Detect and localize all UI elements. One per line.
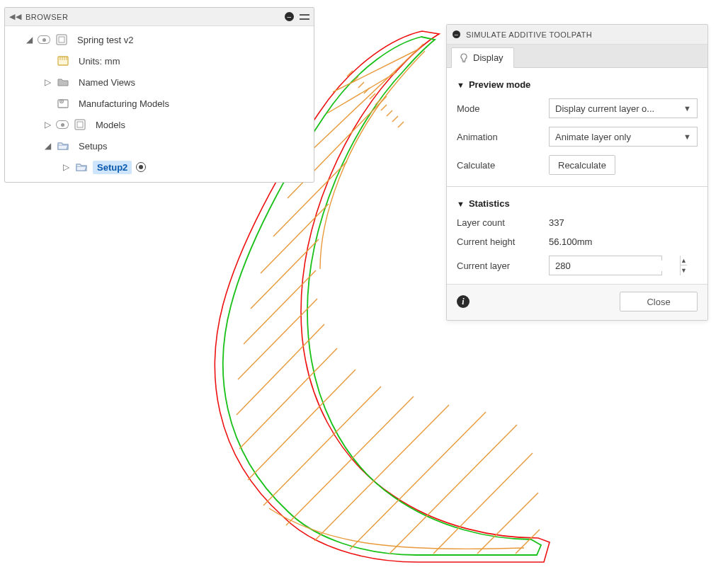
browser-panel-title: BROWSER <box>25 13 68 21</box>
row-current-height: Current height 56.100mm <box>457 232 698 251</box>
panel-settings-icon[interactable] <box>300 14 309 20</box>
tab-label: Display <box>473 52 504 63</box>
svg-line-12 <box>314 405 449 541</box>
disclosure-closed-icon[interactable]: ▷ <box>62 162 70 172</box>
row-mode: Mode Display current layer o... ▼ <box>457 94 698 122</box>
svg-line-0 <box>306 44 423 156</box>
tree-item-label: Units: mm <box>74 55 125 68</box>
folder-open-icon <box>74 160 89 174</box>
calculate-label: Calculate <box>457 160 549 171</box>
current-layer-label: Current layer <box>457 261 549 271</box>
svg-point-39 <box>61 101 62 102</box>
svg-line-26 <box>392 116 398 122</box>
info-icon[interactable]: i <box>457 295 470 308</box>
mode-select[interactable]: Display current layer o... ▼ <box>549 98 698 118</box>
double-chevron-left-icon: ◀◀ <box>9 12 21 21</box>
component-icon <box>73 118 87 132</box>
tree-item-setup2[interactable]: ▷ Setup2 <box>5 156 314 178</box>
folder-icon <box>56 75 70 89</box>
gear-box-icon <box>56 96 70 110</box>
mode-select-value: Display current layer o... <box>555 103 654 114</box>
layer-count-value: 337 <box>549 217 698 228</box>
recalculate-button-label: Recalculate <box>558 160 606 171</box>
tree-item-units[interactable]: ▶ Units: mm <box>5 50 314 72</box>
folder-open-icon <box>56 139 70 153</box>
row-layer-count: Layer count 337 <box>457 213 698 232</box>
layer-count-label: Layer count <box>457 217 549 228</box>
active-setup-indicator-icon[interactable] <box>136 162 146 172</box>
tree-item-label: Setup2 <box>93 161 132 174</box>
close-button-label: Close <box>647 297 670 307</box>
browser-panel: ◀◀ BROWSER – ◢ Spring test v2 ▶ Units: m… <box>4 7 314 183</box>
svg-line-29 <box>327 72 397 113</box>
tree-item-label: Spring test v2 <box>73 33 138 47</box>
animation-label: Animation <box>457 132 549 142</box>
tree-item-label: Manufacturing Models <box>74 97 174 110</box>
tab-strip: Display <box>447 45 707 68</box>
svg-line-11 <box>286 396 414 525</box>
svg-line-27 <box>398 122 404 127</box>
chevron-down-icon: ▼ <box>683 132 691 141</box>
row-calculate: Calculate Recalculate <box>457 151 698 179</box>
svg-line-28 <box>333 50 418 92</box>
mode-label: Mode <box>457 103 549 114</box>
current-height-label: Current height <box>457 236 549 247</box>
visibility-eye-icon[interactable] <box>38 35 50 44</box>
disclosure-open-icon[interactable]: ◢ <box>43 141 52 151</box>
component-icon <box>55 33 69 47</box>
simulate-panel-header[interactable]: – SIMULATE ADDITIVE TOOLPATH <box>447 25 707 45</box>
divider <box>447 186 707 187</box>
tree-item-label: Setups <box>74 139 111 153</box>
svg-rect-30 <box>57 35 67 45</box>
minimize-dot-icon[interactable]: – <box>285 12 294 21</box>
browser-tree: ◢ Spring test v2 ▶ Units: mm ▷ Named Vie… <box>5 26 314 182</box>
chevron-down-icon: ▼ <box>683 104 691 113</box>
disclosure-open-icon[interactable]: ◢ <box>25 35 33 45</box>
simulate-panel-footer: i Close <box>447 284 707 320</box>
section-title-label: Statistics <box>469 198 510 209</box>
current-height-value: 56.100mm <box>549 236 698 247</box>
spinner-up-icon[interactable]: ▲ <box>681 256 687 265</box>
tree-item-models[interactable]: ▷ Models <box>5 114 314 135</box>
current-layer-spinner[interactable]: ▲ ▼ <box>549 256 662 275</box>
svg-line-24 <box>381 105 387 110</box>
spinner-down-icon[interactable]: ▼ <box>681 265 687 275</box>
svg-line-6 <box>238 299 317 379</box>
tree-item-setups[interactable]: ◢ Setups <box>5 135 314 156</box>
svg-line-4 <box>251 239 319 309</box>
svg-rect-41 <box>77 122 83 127</box>
svg-rect-31 <box>59 37 64 42</box>
browser-panel-header[interactable]: ◀◀ BROWSER – <box>5 8 314 26</box>
tree-item-label: Models <box>91 118 130 132</box>
disclosure-closed-icon[interactable]: ▷ <box>43 120 52 130</box>
section-title-label: Preview mode <box>469 79 530 90</box>
close-button[interactable]: Close <box>620 292 698 311</box>
bulb-icon <box>459 53 469 63</box>
current-layer-input[interactable] <box>550 261 680 271</box>
ruler-icon <box>56 54 70 68</box>
visibility-eye-icon[interactable] <box>56 120 69 129</box>
minimize-dot-icon[interactable]: – <box>453 30 460 38</box>
disclosure-open-icon: ▼ <box>457 81 465 89</box>
tree-item-label: Named Views <box>74 76 140 89</box>
svg-line-14 <box>389 425 517 554</box>
row-animation: Animation Animate layer only ▼ <box>457 122 698 151</box>
section-statistics[interactable]: ▼ Statistics <box>457 194 698 213</box>
simulate-panel-title: SIMULATE ADDITIVE TOOLPATH <box>466 30 592 39</box>
disclosure-open-icon: ▼ <box>457 200 465 208</box>
tree-item-root[interactable]: ◢ Spring test v2 <box>5 29 314 50</box>
tree-item-named-views[interactable]: ▷ Named Views <box>5 72 314 93</box>
animation-select-value: Animate layer only <box>555 132 631 142</box>
tab-display[interactable]: Display <box>451 47 514 68</box>
svg-line-25 <box>387 110 392 116</box>
simulate-toolpath-panel: – SIMULATE ADDITIVE TOOLPATH Display ▼ P… <box>446 24 708 321</box>
row-current-layer: Current layer ▲ ▼ <box>457 251 698 280</box>
tree-item-mfg-models[interactable]: ▶ Manufacturing Models <box>5 93 314 114</box>
svg-line-5 <box>244 270 316 344</box>
animation-select[interactable]: Animate layer only ▼ <box>549 127 698 147</box>
svg-line-20 <box>358 82 364 88</box>
svg-line-16 <box>477 493 538 554</box>
recalculate-button[interactable]: Recalculate <box>549 155 615 175</box>
section-preview-mode[interactable]: ▼ Preview mode <box>457 75 698 94</box>
disclosure-closed-icon[interactable]: ▷ <box>43 77 52 87</box>
